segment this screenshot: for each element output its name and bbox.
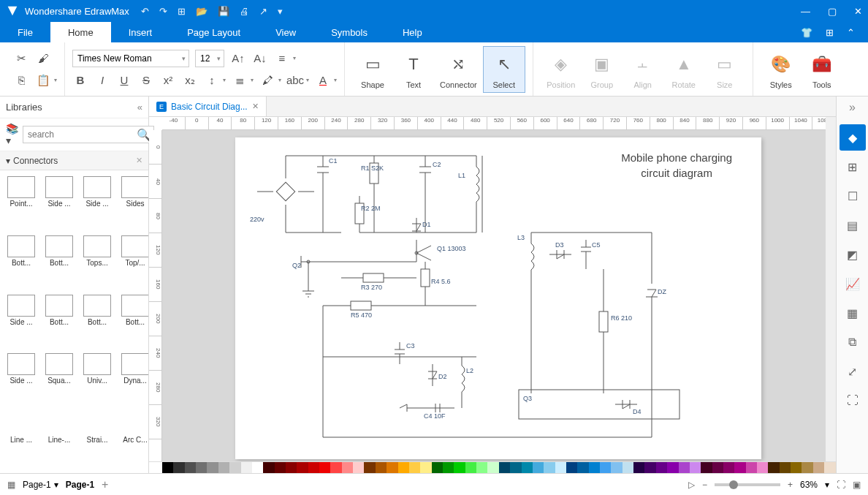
styles-tool[interactable]: 🎨Styles [761, 47, 802, 92]
color-swatch[interactable] [476, 462, 487, 473]
color-swatch[interactable] [185, 462, 196, 473]
color-swatch[interactable] [589, 462, 600, 473]
library-search-input[interactable] [23, 126, 154, 143]
library-category-header[interactable]: ▾Connectors ✕ [0, 151, 148, 170]
color-swatch[interactable] [487, 462, 498, 473]
active-page-tab[interactable]: Page-1 [66, 480, 94, 490]
bullets-icon[interactable]: ≣ [232, 72, 248, 88]
close-button[interactable]: ✕ [854, 6, 862, 17]
color-swatch[interactable] [409, 462, 420, 473]
select-tool[interactable]: ↖Select [483, 46, 525, 93]
add-page-button[interactable]: + [102, 478, 108, 491]
increase-font-icon[interactable]: A↑ [230, 50, 246, 67]
library-shape[interactable]: Point... [3, 175, 39, 233]
zoom-out-button[interactable]: − [702, 480, 707, 490]
color-swatch[interactable] [454, 462, 465, 473]
zoom-slider[interactable] [715, 483, 780, 486]
menu-file[interactable]: File [0, 22, 50, 42]
distribute-panel-button[interactable]: ⤢ [840, 358, 866, 385]
color-swatch[interactable] [499, 462, 510, 473]
superscript-icon[interactable]: x² [160, 72, 176, 88]
color-swatch[interactable] [701, 462, 712, 473]
library-shape[interactable]: Top/... [117, 234, 148, 292]
fit-panel-button[interactable]: ⛶ [840, 388, 866, 414]
collapse-libraries-icon[interactable]: « [137, 102, 142, 113]
cut-icon[interactable]: ✂ [13, 50, 29, 67]
color-swatch[interactable] [319, 462, 330, 473]
page[interactable]: Mobile phone chargingcircuit diagram 220… [235, 137, 761, 459]
color-swatch[interactable] [432, 462, 443, 473]
library-shape[interactable]: Bott... [79, 293, 115, 351]
color-swatch[interactable] [275, 462, 286, 473]
color-swatch[interactable] [173, 462, 184, 473]
color-swatch[interactable] [566, 462, 577, 473]
library-shape[interactable]: Univ... [79, 352, 115, 409]
library-shape[interactable]: Line-... [41, 411, 77, 469]
export-button[interactable]: ↗ [259, 6, 267, 17]
qat-more-button[interactable]: ▾ [278, 6, 283, 17]
color-swatch[interactable] [398, 462, 409, 473]
library-shape[interactable]: Dyna... [117, 352, 148, 409]
color-swatch[interactable] [353, 462, 364, 473]
page-panel-button[interactable]: ◩ [840, 241, 866, 268]
format-panel-button[interactable]: ⧉ [840, 329, 866, 355]
menu-page-layout[interactable]: Page Layout [170, 22, 258, 42]
color-swatch[interactable] [791, 462, 802, 473]
collapse-ribbon-icon[interactable]: ⌃ [847, 27, 855, 38]
theme-panel-button[interactable]: ◆ [840, 124, 866, 151]
document-tab[interactable]: E Basic Circuit Diag... ✕ [149, 97, 267, 116]
menu-view[interactable]: View [258, 22, 313, 42]
tshirt-icon[interactable]: 👕 [801, 27, 812, 38]
color-swatch[interactable] [734, 462, 745, 473]
library-shape[interactable]: Side ... [3, 293, 39, 351]
grid-icon[interactable]: ⊞ [826, 27, 834, 38]
color-swatch[interactable] [623, 462, 633, 473]
color-swatch[interactable] [768, 462, 779, 473]
chart-panel-button[interactable]: 📈 [840, 271, 866, 297]
library-shape[interactable]: Squa... [41, 352, 77, 409]
tools-tool[interactable]: 🧰Tools [802, 47, 842, 92]
line-spacing-icon[interactable]: ↕ [204, 72, 220, 88]
zoom-in-button[interactable]: + [788, 480, 793, 490]
color-swatch[interactable] [533, 462, 544, 473]
library-shape[interactable]: Side ... [3, 352, 39, 409]
shape-tool[interactable]: ▭Shape [352, 47, 393, 92]
color-swatch[interactable] [387, 462, 397, 473]
color-swatch[interactable] [644, 462, 655, 473]
image-panel-button[interactable]: ☐ [840, 183, 866, 209]
fullscreen-icon[interactable]: ▣ [853, 480, 861, 490]
connector-tool[interactable]: ⤭Connector [434, 47, 483, 92]
library-shape[interactable]: Line ... [3, 411, 39, 469]
font-family-select[interactable]: Times New Roman [72, 50, 189, 67]
menu-help[interactable]: Help [385, 22, 440, 42]
color-swatch[interactable] [252, 462, 263, 473]
color-swatch[interactable] [420, 462, 431, 473]
presentation-icon[interactable]: ▷ [688, 480, 695, 490]
color-swatch[interactable] [330, 462, 341, 473]
color-swatch[interactable] [342, 462, 353, 473]
library-shape[interactable]: Side ... [41, 175, 77, 233]
vertical-scrollbar[interactable] [826, 117, 836, 461]
color-swatch[interactable] [510, 462, 521, 473]
canvas[interactable]: Mobile phone chargingcircuit diagram 220… [162, 130, 836, 461]
color-swatch[interactable] [712, 462, 723, 473]
font-color-icon[interactable]: A [315, 72, 331, 88]
underline-icon[interactable]: U [116, 72, 132, 88]
color-swatch[interactable] [465, 462, 476, 473]
color-swatch[interactable] [802, 462, 812, 473]
page-thumbnails-icon[interactable]: ▦ [7, 480, 15, 490]
color-swatch[interactable] [723, 462, 734, 473]
open-button[interactable]: 📂 [196, 6, 208, 17]
color-swatch[interactable] [690, 462, 701, 473]
save-button[interactable]: 💾 [218, 6, 229, 17]
fit-page-icon[interactable]: ⛶ [837, 480, 845, 490]
library-shape[interactable]: Bott... [41, 234, 77, 292]
menu-insert[interactable]: Insert [111, 22, 170, 42]
print-button[interactable]: 🖨 [240, 6, 249, 17]
color-swatch[interactable] [241, 462, 252, 473]
decrease-font-icon[interactable]: A↓ [252, 50, 268, 67]
copy-icon[interactable]: ⎘ [13, 72, 29, 88]
minimize-button[interactable]: — [801, 6, 810, 17]
color-swatch[interactable] [577, 462, 588, 473]
color-swatch[interactable] [196, 462, 207, 473]
